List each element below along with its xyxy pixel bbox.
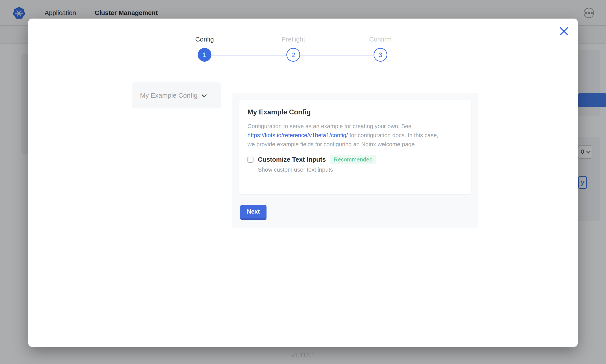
chevron-down-icon bbox=[202, 92, 207, 97]
stepper-step-config: Config 1 bbox=[180, 36, 229, 62]
customize-text-inputs-checkbox[interactable] bbox=[248, 156, 253, 163]
stepper-step-confirm: Confirm 3 bbox=[356, 36, 405, 62]
step-label: Preflight bbox=[269, 36, 317, 43]
config-wizard-modal: Config 1 Preflight 2 Confirm 3 My Exampl… bbox=[28, 19, 578, 347]
customize-text-inputs-label[interactable]: Customize Text Inputs bbox=[258, 156, 326, 163]
config-section-title: My Example Config bbox=[248, 108, 462, 116]
step-indicator[interactable]: 2 bbox=[286, 48, 300, 62]
config-group-label: My Example Config bbox=[140, 92, 197, 99]
step-label: Config bbox=[180, 36, 229, 43]
step-indicator[interactable]: 3 bbox=[373, 48, 387, 62]
description-text: we provide example fields for configurin… bbox=[248, 141, 416, 148]
config-section-card: My Example Config Configuration to serve… bbox=[239, 100, 471, 194]
config-group-selector[interactable]: My Example Config bbox=[132, 82, 221, 108]
option-row: Customize Text Inputs Recommended bbox=[248, 155, 462, 164]
screen: Application Cluster Management 0 y v1.11… bbox=[0, 0, 606, 364]
config-section-description: Configuration to serve as an example for… bbox=[248, 122, 462, 149]
next-button[interactable]: Next bbox=[240, 205, 266, 220]
step-indicator[interactable]: 1 bbox=[198, 48, 211, 62]
step-label: Confirm bbox=[356, 36, 405, 43]
option-help-text: Show custom user text inputs bbox=[258, 166, 462, 173]
description-text: for configuration docs. In this case, bbox=[348, 132, 438, 139]
close-icon[interactable] bbox=[559, 26, 569, 36]
recommended-badge: Recommended bbox=[330, 155, 376, 164]
config-docs-link[interactable]: https://kots.io/reference/v1beta1/config… bbox=[248, 132, 348, 139]
stepper-step-preflight: Preflight 2 bbox=[269, 36, 317, 62]
description-text: Configuration to serve as an example for… bbox=[248, 123, 411, 130]
